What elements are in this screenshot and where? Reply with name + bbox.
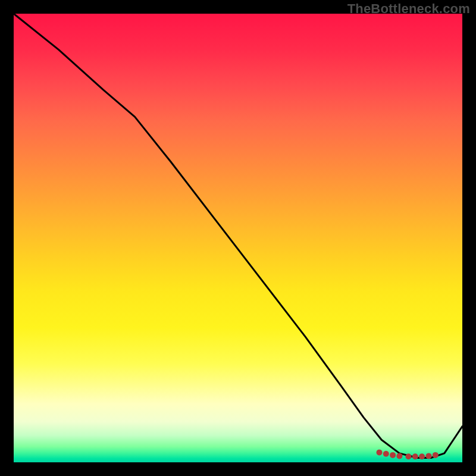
bottleneck-curve-line [14,14,462,458]
curve-svg [14,14,462,462]
curve-marker [419,453,425,459]
curve-marker [377,449,383,455]
curve-marker [383,451,389,457]
curve-marker [390,452,396,458]
curve-markers [377,449,439,459]
curve-marker [433,452,439,458]
curve-marker [412,453,418,459]
plot-area [14,14,462,462]
curve-marker [406,453,412,459]
curve-marker [426,453,432,459]
curve-marker [396,453,402,459]
chart-frame: TheBottleneck.com [0,0,476,476]
